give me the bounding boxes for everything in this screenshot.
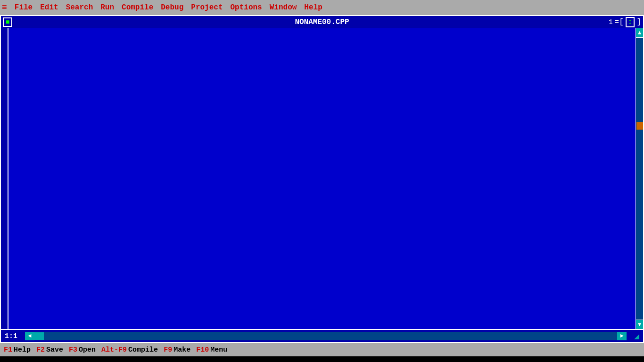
menu-options[interactable]: Options bbox=[231, 3, 262, 12]
hotkey-altf9-key: Alt-F9 bbox=[101, 346, 127, 354]
resize-corner-icon[interactable]: ◢ bbox=[634, 331, 639, 341]
hotkey-f9-label: Make bbox=[173, 346, 190, 354]
cursor-indicator: _ bbox=[12, 30, 17, 39]
hotkey-altf9-label: Compile bbox=[128, 346, 158, 354]
hotkey-f3-label: Open bbox=[79, 346, 96, 354]
window-number: 1 bbox=[609, 18, 612, 26]
scroll-down-button[interactable]: ▼ bbox=[636, 320, 644, 329]
window-close-button[interactable]: ■ bbox=[3, 17, 12, 27]
menu-help[interactable]: Help bbox=[304, 3, 322, 12]
editor-container: ■ NONAME00.CPP 1 =[ ↕ ] _ ▲ ▼ 1:1 ◄ bbox=[0, 15, 644, 343]
horizontal-scroll-thumb[interactable] bbox=[34, 332, 44, 340]
window-controls-right: 1 =[ ↕ ] bbox=[609, 17, 641, 27]
hotkey-f10-label: Menu bbox=[210, 346, 227, 354]
menu-run[interactable]: Run bbox=[100, 3, 114, 12]
editor-body[interactable]: _ ▲ ▼ bbox=[0, 28, 644, 330]
left-gutter bbox=[1, 28, 8, 329]
menu-edit[interactable]: Edit bbox=[40, 3, 58, 12]
cursor-position: 1:1 bbox=[5, 332, 17, 340]
menu-project[interactable]: Project bbox=[191, 3, 223, 12]
menu-bar: ≡ File Edit Search Run Compile Debug Pro… bbox=[0, 0, 644, 15]
hotkey-f1-label: Help bbox=[14, 346, 31, 354]
hotkey-f10-key: F10 bbox=[196, 346, 209, 354]
hotkey-f2-label: Save bbox=[46, 346, 63, 354]
hotkey-f9[interactable]: F9 Make bbox=[164, 346, 190, 354]
hotkey-bar: F1 Help F2 Save F3 Open Alt-F9 Compile F… bbox=[0, 343, 644, 356]
scroll-track[interactable] bbox=[636, 38, 644, 320]
hotkey-altf9[interactable]: Alt-F9 Compile bbox=[101, 346, 158, 354]
scroll-right-button[interactable]: ► bbox=[617, 332, 627, 340]
hotkey-f1-key: F1 bbox=[4, 346, 12, 354]
text-area[interactable]: _ bbox=[8, 28, 636, 329]
scroll-thumb[interactable] bbox=[636, 122, 643, 130]
menu-window[interactable]: Window bbox=[270, 3, 297, 12]
menu-compile[interactable]: Compile bbox=[122, 3, 153, 12]
window-titlebar: ■ NONAME00.CPP 1 =[ ↕ ] bbox=[0, 15, 644, 28]
scrollbar-right: ▲ ▼ bbox=[636, 28, 643, 329]
hotkey-f2[interactable]: F2 Save bbox=[36, 346, 63, 354]
hotkey-f2-key: F2 bbox=[36, 346, 45, 354]
horizontal-scroll-track[interactable] bbox=[34, 332, 617, 340]
hotkey-f10[interactable]: F10 Menu bbox=[196, 346, 227, 354]
horizontal-scrollbar: ◄ ► bbox=[25, 332, 627, 340]
menu-debug[interactable]: Debug bbox=[161, 3, 183, 12]
menu-file[interactable]: File bbox=[15, 3, 33, 12]
window-title: NONAME00.CPP bbox=[295, 18, 349, 26]
status-bar: 1:1 ◄ ► ◢ bbox=[0, 330, 644, 343]
hotkey-f3-key: F3 bbox=[69, 346, 77, 354]
hotkey-f9-key: F9 bbox=[164, 346, 172, 354]
hotkey-f1[interactable]: F1 Help bbox=[4, 346, 31, 354]
window-resize-button[interactable]: ↕ bbox=[626, 17, 635, 27]
hotkey-f3[interactable]: F3 Open bbox=[69, 346, 96, 354]
system-menu-icon[interactable]: ≡ bbox=[2, 3, 7, 12]
scroll-left-button[interactable]: ◄ bbox=[25, 332, 34, 340]
menu-search[interactable]: Search bbox=[66, 3, 93, 12]
scroll-up-button[interactable]: ▲ bbox=[636, 28, 644, 38]
